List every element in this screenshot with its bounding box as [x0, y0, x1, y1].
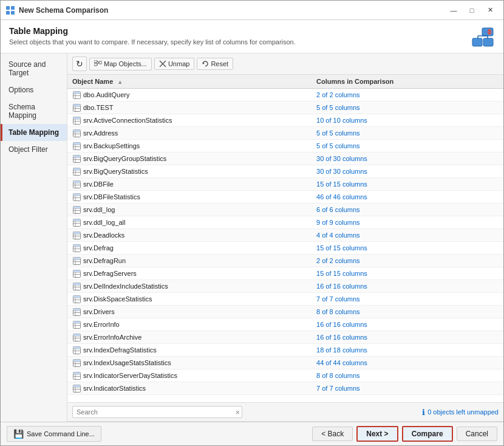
table-row[interactable]: srv.DefragRun 2 of 2 columns···: [67, 255, 503, 267]
maximize-button[interactable]: □: [463, 4, 480, 16]
table-row[interactable]: srv.ErrorInfoArchive 16 of 16 columns···: [67, 331, 503, 344]
table-row-icon: [72, 333, 81, 341]
table-row[interactable]: srv.Address 5 of 5 columns···: [67, 127, 503, 140]
cell-columns: 44 of 44 columns: [312, 357, 503, 369]
cell-object-name: srv.BigQueryStatistics: [67, 165, 312, 178]
table-row[interactable]: srv.Deadlocks 4 of 4 columns···: [67, 229, 503, 242]
table-row[interactable]: srv.DBFile 15 of 15 columns···: [67, 178, 503, 191]
table-row[interactable]: srv.ddl_log_all 9 of 9 columns···: [67, 216, 503, 229]
table-row-icon: [72, 193, 81, 201]
search-input[interactable]: [72, 406, 242, 418]
object-table: Object Name ▲ Columns in Comparison: [67, 75, 503, 403]
cell-object-name: srv.IndexUsageStatsStatistics: [67, 357, 312, 369]
table-row-icon: [72, 320, 81, 329]
sidebar-item-object-filter[interactable]: Object Filter: [1, 141, 67, 158]
cell-columns: 7 of 7 columns: [312, 382, 503, 395]
svg-rect-10: [94, 60, 97, 63]
compare-button[interactable]: Compare: [402, 426, 453, 442]
save-command-line-button[interactable]: 💾 Save Command Line...: [7, 426, 101, 442]
svg-rect-3: [11, 11, 15, 15]
cell-columns: 2 of 2 columns: [312, 255, 503, 267]
sidebar-item-table-mapping[interactable]: Table Mapping: [1, 124, 67, 141]
cell-object-name: srv.DefragServers: [67, 267, 312, 280]
svg-rect-67: [73, 206, 80, 208]
cell-columns: 5 of 5 columns: [312, 127, 503, 140]
table-row[interactable]: srv.IndicatorServerDayStatistics 8 of 8 …: [67, 369, 503, 382]
table-row[interactable]: srv.IndexDefragStatistics 18 of 18 colum…: [67, 344, 503, 357]
title-controls: — □ ✕: [445, 4, 499, 16]
cancel-button[interactable]: Cancel: [457, 427, 497, 441]
refresh-button[interactable]: ↻: [72, 57, 87, 71]
next-button[interactable]: Next >: [356, 426, 398, 442]
cell-columns: 4 of 4 columns: [312, 229, 503, 242]
back-button[interactable]: < Back: [312, 427, 353, 441]
table-row[interactable]: srv.DBFileStatistics 46 of 46 columns···: [67, 191, 503, 204]
table-row[interactable]: srv.BigQueryStatistics 30 of 30 columns·…: [67, 165, 503, 178]
footer-right: < Back Next > Compare Cancel: [312, 426, 497, 442]
cell-columns: 2 of 2 columns: [312, 89, 503, 101]
table-row[interactable]: srv.IndicatorStatistics 7 of 7 columns··…: [67, 382, 503, 395]
table-row-icon: [72, 269, 81, 278]
sidebar: Source and Target Options Schema Mapping…: [1, 53, 67, 422]
svg-rect-102: [73, 295, 80, 298]
table-row[interactable]: srv.ddl_log 6 of 6 columns···: [67, 204, 503, 216]
app-icon: [5, 5, 15, 15]
sidebar-item-options[interactable]: Options: [1, 81, 67, 98]
minimize-button[interactable]: —: [445, 4, 462, 16]
table-row[interactable]: srv.DelIndexIncludeStatistics 16 of 16 c…: [67, 280, 503, 293]
table-row[interactable]: srv.DiskSpaceStatistics 7 of 7 columns··…: [67, 293, 503, 306]
table-row[interactable]: dbo.TEST 5 of 5 columns···: [67, 101, 503, 114]
cell-columns: 15 of 15 columns: [312, 242, 503, 255]
cell-object-name: srv.IndexDefragStatistics: [67, 344, 312, 357]
cell-object-name: srv.DiskSpaceStatistics: [67, 293, 312, 306]
header-icon: [471, 26, 495, 48]
cell-columns: 46 of 46 columns: [312, 191, 503, 204]
table-row-icon: [72, 142, 81, 150]
svg-rect-5: [472, 38, 482, 46]
table-row[interactable]: srv.Drivers 8 of 8 columns···: [67, 306, 503, 318]
cell-columns: 16 of 16 columns: [312, 280, 503, 293]
map-objects-button[interactable]: Map Objects...: [89, 58, 152, 70]
svg-rect-127: [73, 359, 80, 362]
table-row[interactable]: srv.ActiveConnectionStatistics 10 of 10 …: [67, 114, 503, 127]
reset-button[interactable]: Reset: [197, 58, 233, 70]
svg-rect-52: [73, 168, 80, 170]
cell-columns: 10 of 10 columns: [312, 114, 503, 127]
cell-object-name: srv.ddl_log: [67, 204, 312, 216]
content-area: Source and Target Options Schema Mapping…: [1, 53, 503, 422]
table-row[interactable]: srv.IndexUsageStatsStatistics 44 of 44 c…: [67, 357, 503, 369]
sidebar-item-source-and-target[interactable]: Source and Target: [1, 56, 67, 81]
table-row[interactable]: srv.Defrag 15 of 15 columns···: [67, 242, 503, 255]
svg-rect-87: [73, 257, 80, 259]
main-panel: ↻ Map Objects... U: [67, 53, 503, 422]
cell-object-name: srv.DefragRun: [67, 255, 312, 267]
svg-rect-107: [73, 308, 80, 310]
search-clear-button[interactable]: ×: [235, 408, 240, 416]
svg-rect-12: [99, 61, 102, 64]
svg-rect-11: [94, 63, 97, 66]
cell-columns: 15 of 15 columns: [312, 267, 503, 280]
svg-rect-57: [73, 180, 80, 183]
cell-object-name: srv.DBFile: [67, 178, 312, 191]
col-columns-comparison[interactable]: Columns in Comparison: [312, 75, 503, 89]
table-row-icon: [72, 167, 81, 176]
table-row[interactable]: srv.BackupSettings 5 of 5 columns···: [67, 140, 503, 153]
svg-rect-1: [11, 6, 15, 10]
table-row-icon: [72, 205, 81, 214]
cell-columns: 30 of 30 columns: [312, 153, 503, 165]
table-row[interactable]: dbo.AuditQuery 2 of 2 columns···: [67, 89, 503, 101]
col-object-name[interactable]: Object Name ▲: [67, 75, 312, 89]
cell-columns: 8 of 8 columns: [312, 306, 503, 318]
table-row-icon: [72, 282, 81, 290]
search-bar: × ℹ 0 objects left unmapped: [67, 403, 503, 422]
table-row[interactable]: srv.BigQueryGroupStatistics 30 of 30 col…: [67, 153, 503, 165]
title-bar-left: New Schema Comparison: [5, 5, 108, 15]
sidebar-item-schema-mapping[interactable]: Schema Mapping: [1, 98, 67, 124]
table-row[interactable]: srv.ErrorInfo 16 of 16 columns···: [67, 318, 503, 331]
table-row[interactable]: srv.DefragServers 15 of 15 columns···: [67, 267, 503, 280]
close-button[interactable]: ✕: [482, 4, 499, 16]
cell-object-name: srv.BackupSettings: [67, 140, 312, 153]
info-icon: ℹ: [422, 408, 425, 417]
unmap-button[interactable]: Unmap: [154, 58, 194, 70]
cell-columns: 18 of 18 columns: [312, 344, 503, 357]
